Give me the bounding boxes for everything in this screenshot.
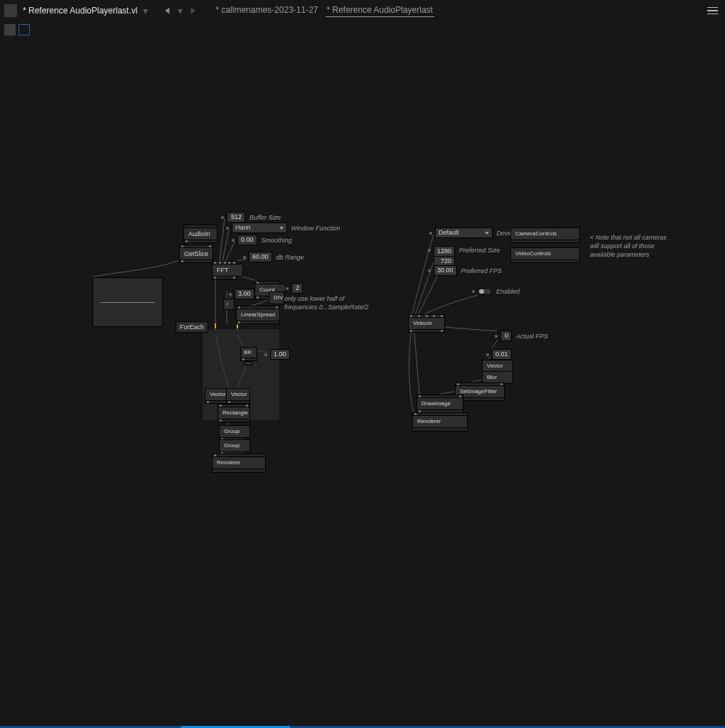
waveform-preview <box>92 277 163 327</box>
iobox-3[interactable]: 3.00 <box>226 289 254 299</box>
region-label: ForEach <box>176 321 208 333</box>
node-slash[interactable]: / <box>223 299 235 310</box>
nav-forward-icon <box>188 6 197 15</box>
toggle-enabled[interactable] <box>478 288 492 295</box>
iobox-value[interactable]: 1.00 <box>270 349 290 360</box>
node-getslice[interactable]: GetSlice <box>179 245 213 263</box>
node-linearspread[interactable]: LinearSpread <box>236 306 280 324</box>
top-bar: * Reference AudioPlayerlast.vl ▾ ▾ * cal… <box>0 0 725 21</box>
nav-back-icon[interactable] <box>163 6 172 15</box>
node-vector-1[interactable]: Vector <box>205 388 229 404</box>
dropdown-icon[interactable]: ▾ <box>143 5 148 16</box>
node-label: DIV <box>269 291 284 304</box>
iobox-enabled[interactable]: Enabled <box>469 288 520 295</box>
node-label: Renderer <box>412 415 468 428</box>
node-videocontrols[interactable]: VideoControls <box>510 247 580 263</box>
node-label: BR <box>240 347 257 358</box>
document-title: * Reference AudioPlayerlast.vl <box>23 6 137 16</box>
iobox-value[interactable]: 512 <box>227 212 245 223</box>
node-fft[interactable]: FFT <box>212 261 237 279</box>
node-renderer-right[interactable]: Renderer <box>412 412 468 432</box>
window-function-dropdown[interactable]: Hann <box>232 223 287 233</box>
iobox-0p01[interactable]: 0.01 <box>483 349 512 360</box>
iobox-label: Preferred Size <box>459 247 500 254</box>
node-label: FFT <box>212 264 243 277</box>
iobox-label: Actual FPS <box>516 333 548 340</box>
node-group-1[interactable]: Group <box>219 425 245 441</box>
iobox-label: Enabled <box>496 288 520 295</box>
node-label: VideoControls <box>510 247 580 260</box>
node-label: AudioIn <box>183 228 218 240</box>
patch-tab-1[interactable] <box>4 24 16 36</box>
iobox-value[interactable]: 0.00 <box>237 235 257 245</box>
patch-tab-2[interactable] <box>18 24 30 36</box>
node-label: Group <box>219 425 250 438</box>
iobox-one[interactable]: 1.00 <box>262 349 290 360</box>
node-div[interactable]: DIV <box>269 291 284 304</box>
node-label: VideoIn <box>408 317 445 330</box>
iobox-value[interactable]: 60.00 <box>249 252 272 262</box>
iobox-device[interactable]: Default Device <box>426 228 516 238</box>
iobox-value[interactable]: 30.00 <box>434 265 457 276</box>
node-label: CameraControls <box>510 228 580 240</box>
node-label: Renderer <box>212 456 266 469</box>
node-drawimage[interactable]: DrawImage <box>417 395 463 413</box>
node-videoin[interactable]: VideoIn <box>408 314 445 333</box>
iobox-db-range[interactable]: 60.00 db Range <box>240 252 304 262</box>
node-group-2[interactable]: Group <box>219 439 245 455</box>
iobox-label: Preferred FPS <box>461 267 503 274</box>
node-label: Vector <box>205 388 229 401</box>
iobox-label: Smoothing <box>262 237 292 244</box>
iobox-buffer-size[interactable]: 512 Buffer Size <box>218 212 281 223</box>
iobox-label: Buffer Size <box>249 214 281 221</box>
iobox-actual-fps[interactable]: 0 Actual FPS <box>492 331 548 341</box>
device-dropdown[interactable]: Default <box>435 228 493 238</box>
comment-frequencies: only use lower half of frequencies 0...S… <box>284 294 369 311</box>
iobox-value[interactable]: 1280 <box>434 246 455 257</box>
node-cameracontrols[interactable]: CameraControls <box>510 228 580 243</box>
iobox-preferred-size[interactable]: 1280 720 Preferred Size <box>425 246 500 267</box>
iobox-value[interactable]: 0.01 <box>492 349 512 360</box>
node-label: Rectangle <box>218 407 250 419</box>
tab-callmenames[interactable]: * callmenames-2023-11-27 <box>214 5 319 16</box>
node-label: Vector <box>226 388 250 401</box>
node-br[interactable]: BR <box>240 347 257 361</box>
iobox-half[interactable]: 2 <box>283 283 303 294</box>
node-vector-2[interactable]: Vector <box>226 388 250 404</box>
node-label: Group <box>219 439 250 452</box>
iobox-value[interactable]: 0 <box>500 331 512 341</box>
nav-history-icon[interactable]: ▾ <box>178 5 183 16</box>
iobox-preferred-fps[interactable]: 30.00 Preferred FPS <box>425 265 502 276</box>
tab-reference-audioplayer[interactable]: * Reference AudioPlayerlast <box>326 5 434 17</box>
comment-camera: < Note that not all cameras will support… <box>590 233 667 259</box>
node-label: GetSlice <box>179 247 213 260</box>
node-rectangle[interactable]: Rectangle <box>218 404 250 422</box>
iobox-label: Window Function <box>291 225 340 232</box>
node-audioin[interactable]: AudioIn <box>183 225 218 243</box>
document-icon[interactable] <box>4 4 17 17</box>
iobox-value[interactable]: 3.00 <box>235 289 254 299</box>
iobox-smoothing[interactable]: 0.00 Smoothing <box>229 235 292 245</box>
patch-canvas[interactable]: AudioIn GetSlice FFT 512 Buffer Size Han… <box>0 36 725 725</box>
node-renderer-left[interactable]: Renderer <box>212 454 266 473</box>
iobox-label: db Range <box>276 254 304 261</box>
node-label: / <box>223 299 235 310</box>
chevron-down-icon <box>279 227 284 230</box>
node-label: LinearSpread <box>236 309 280 321</box>
chevron-down-icon <box>485 232 489 235</box>
node-dot[interactable] <box>244 361 252 365</box>
iobox-value[interactable]: 2 <box>291 283 303 294</box>
node-label: DrawImage <box>417 397 463 410</box>
main-menu-icon[interactable] <box>704 4 721 18</box>
iobox-window-function[interactable]: Hann Window Function <box>223 223 340 233</box>
